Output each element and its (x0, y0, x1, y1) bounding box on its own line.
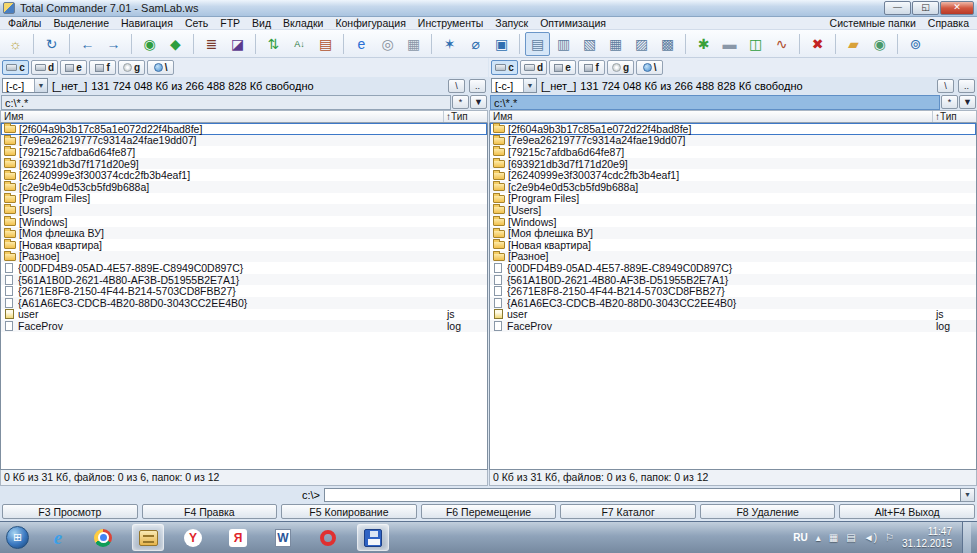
sort-az-icon[interactable]: A↓ (287, 32, 312, 56)
help-globe-icon[interactable]: ⊚ (903, 32, 928, 56)
cd-burn-icon[interactable]: ◉ (867, 32, 892, 56)
total-commander-taskbar-icon[interactable] (132, 524, 164, 551)
file-row[interactable]: {00DFD4B9-05AD-4E57-889E-C8949C0D897C} (1, 262, 487, 274)
clock[interactable]: 11:4731.12.2015 (902, 526, 952, 549)
start-button[interactable]: ⊞ (6, 526, 29, 549)
lightbulb-icon[interactable]: ☼ (3, 32, 28, 56)
notepad-icon[interactable]: ▤ (313, 32, 338, 56)
volume-icon[interactable]: ◄) (864, 532, 877, 543)
file-row[interactable]: [2f604a9b3b17c85a1e072d22f4bad8fe] (490, 123, 976, 135)
function-button-f5[interactable]: F5 Копирование (281, 504, 417, 519)
file-row[interactable]: [79215c7afdba6d64fe87] (1, 146, 487, 158)
drive-button-e[interactable]: e (549, 60, 576, 75)
refresh-icon[interactable]: ↻ (39, 32, 64, 56)
file-row[interactable]: {2671E8F8-2150-4F44-B214-5703CD8FBB27} (1, 285, 487, 297)
yandex-taskbar-icon[interactable]: Я (222, 524, 254, 551)
restore-button[interactable]: ◱ (912, 1, 939, 15)
drive-button-f[interactable]: f (89, 60, 116, 75)
drive-button-net[interactable]: \ (636, 60, 663, 75)
sync-dirs-icon[interactable]: ⇅ (261, 32, 286, 56)
yandex-browser-taskbar-icon[interactable]: Y (177, 524, 209, 551)
drive-select-combo[interactable]: [-c-]▼ (491, 78, 537, 93)
menu-item[interactable]: Выделение (47, 17, 115, 29)
file-row[interactable]: [Новая квартира] (490, 239, 976, 251)
function-button-f8[interactable]: F8 Удаление (700, 504, 836, 519)
language-indicator[interactable]: RU (793, 532, 807, 543)
menu-item[interactable]: Навигация (115, 17, 179, 29)
file-row[interactable]: [c2e9b4e0d53cb5fd9b688a] (1, 181, 487, 193)
file-row[interactable]: {A61A6EC3-CDCB-4B20-88D0-3043CC2EE4B0} (1, 297, 487, 309)
hidden-icons-arrow[interactable]: ▴ (816, 532, 821, 543)
function-button-f4[interactable]: F4 Правка (142, 504, 278, 519)
file-row[interactable]: [Разное] (490, 251, 976, 263)
drive-button-net[interactable]: \ (147, 60, 174, 75)
floppy-taskbar-icon[interactable] (357, 524, 389, 551)
brush-icon[interactable]: ✱ (691, 32, 716, 56)
menu-item[interactable]: Инструменты (412, 17, 489, 29)
file-row[interactable]: [Windows] (1, 216, 487, 228)
drive-button-g[interactable]: g (607, 60, 634, 75)
left-path[interactable]: c:\*.* (1, 95, 451, 110)
connect-icon[interactable]: ◉ (137, 32, 162, 56)
network-tray-icon[interactable]: ▦ (829, 532, 838, 543)
file-row[interactable]: {00DFD4B9-05AD-4E57-889E-C8949C0D897C} (490, 262, 976, 274)
close-button[interactable]: ✕ (940, 1, 974, 15)
window-icon[interactable]: ▣ (489, 32, 514, 56)
file-row[interactable]: [Моя флешка ВУ] (1, 227, 487, 239)
menu-item[interactable]: Системные папки (824, 17, 922, 29)
minimize-button[interactable]: — (884, 1, 911, 15)
file-row[interactable]: FaceProvlog (1, 320, 487, 332)
name-column-header[interactable]: Имя (1, 111, 443, 122)
file-row[interactable]: [7e9ea26219777c9314a24fae19dd07] (1, 135, 487, 147)
file-row[interactable]: {561A1B0D-2621-4B80-AF3B-D51955B2E7A1} (1, 274, 487, 286)
view-custom-icon[interactable]: ▩ (655, 32, 680, 56)
right-path[interactable]: c:\*.* (490, 95, 940, 110)
view-full-icon[interactable]: ▥ (551, 32, 576, 56)
menu-item[interactable]: FTP (214, 17, 246, 29)
function-button-f6[interactable]: F6 Перемещение (421, 504, 557, 519)
function-button-alt+f4[interactable]: Alt+F4 Выход (839, 504, 975, 519)
file-row[interactable]: [79215c7afdba6d64fe87] (490, 146, 976, 158)
opera-taskbar-icon[interactable] (312, 524, 344, 551)
delete-icon[interactable]: ✖ (805, 32, 830, 56)
menu-item[interactable]: Сеть (179, 17, 214, 29)
function-button-f3[interactable]: F3 Просмотр (2, 504, 138, 519)
menu-item[interactable]: Конфигурация (329, 17, 411, 29)
view-tree-icon[interactable]: ▧ (577, 32, 602, 56)
drive-button-c[interactable]: c (2, 60, 29, 75)
file-row[interactable]: [Program Files] (490, 193, 976, 205)
calculator-icon[interactable]: ▦ (401, 32, 426, 56)
plug-icon[interactable]: ∿ (769, 32, 794, 56)
search-icon[interactable]: ⌀ (463, 32, 488, 56)
internet-explorer-icon[interactable]: e (349, 32, 374, 56)
forward-icon[interactable]: → (101, 32, 126, 56)
parent-dir-button[interactable]: .. (469, 79, 486, 93)
drive-select-combo[interactable]: [-c-]▼ (2, 78, 48, 93)
favorites-star-icon[interactable]: ✶ (437, 32, 462, 56)
view-comments-icon[interactable]: ▨ (629, 32, 654, 56)
drive-button-f[interactable]: f (578, 60, 605, 75)
internet-explorer-taskbar-icon[interactable]: e (42, 524, 74, 551)
update-tray-icon[interactable]: ▤ (846, 532, 855, 543)
path-history-button[interactable]: ▼ (470, 95, 487, 109)
file-row[interactable]: userjs (1, 309, 487, 321)
chart-icon[interactable]: ◫ (743, 32, 768, 56)
device-icon[interactable]: ▬ (717, 32, 742, 56)
winrar-icon[interactable]: ≣ (199, 32, 224, 56)
name-column-header[interactable]: Имя (490, 111, 932, 122)
root-dir-button[interactable]: \ (448, 79, 465, 93)
show-desktop-button[interactable] (962, 522, 971, 553)
file-row[interactable]: [Windows] (490, 216, 976, 228)
drive-button-g[interactable]: g (118, 60, 145, 75)
menu-item[interactable]: Оптимизация (534, 17, 612, 29)
file-row[interactable]: userjs (490, 309, 976, 321)
file-row[interactable]: [Новая квартира] (1, 239, 487, 251)
file-row[interactable]: [Users] (490, 204, 976, 216)
command-input[interactable] (324, 488, 961, 502)
command-history-dropdown[interactable]: ▼ (961, 488, 975, 502)
parent-dir-button[interactable]: .. (958, 79, 975, 93)
type-column-header[interactable]: ↑Тип (443, 111, 487, 122)
file-row[interactable]: [Моя флешка ВУ] (490, 227, 976, 239)
menu-item[interactable]: Вкладки (277, 17, 329, 29)
file-row[interactable]: [26240999e3f300374cdc2fb3b4eaf1] (1, 169, 487, 181)
